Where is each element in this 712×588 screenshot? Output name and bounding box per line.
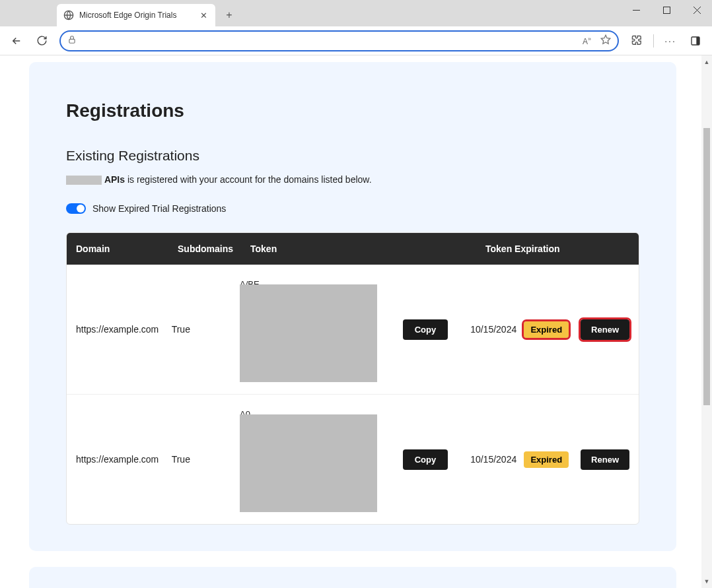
toggle-label: Show Expired Trial Registrations bbox=[92, 203, 226, 214]
header-subdomains: Subdomains bbox=[178, 244, 250, 254]
copy-button[interactable]: Copy bbox=[403, 449, 448, 470]
new-tab-button[interactable]: + bbox=[219, 5, 239, 25]
header-token: Token bbox=[250, 244, 485, 254]
read-aloud-icon[interactable]: A» bbox=[583, 36, 591, 46]
table-row: https://example.com True A0g l p E v 0cn… bbox=[67, 395, 639, 524]
address-bar[interactable]: A» bbox=[59, 30, 619, 51]
page-content: Registrations Existing Registrations API… bbox=[0, 55, 701, 588]
show-expired-toggle[interactable] bbox=[66, 203, 86, 214]
svg-rect-7 bbox=[696, 37, 699, 45]
cell-token: A0g l p E v 0cnviiQ bbox=[240, 408, 376, 511]
cell-expiration: 10/15/2024 bbox=[470, 324, 518, 335]
window-controls bbox=[621, 0, 712, 26]
header-expiration: Token Expiration bbox=[485, 244, 629, 254]
status-badge: Expired bbox=[524, 321, 569, 338]
globe-icon bbox=[63, 10, 74, 20]
registrations-card: Registrations Existing Registrations API… bbox=[29, 62, 676, 551]
table-row: https://example.com True A/BEV w c l G E… bbox=[67, 265, 639, 395]
svg-rect-2 bbox=[663, 7, 670, 13]
status-badge: Expired bbox=[524, 451, 569, 468]
redacted-text bbox=[66, 176, 102, 185]
refresh-button[interactable] bbox=[30, 30, 53, 52]
browser-titlebar: Microsoft Edge Origin Trials ✕ + bbox=[0, 0, 712, 26]
toggle-row: Show Expired Trial Registrations bbox=[66, 203, 639, 214]
cell-domain: https://example.com bbox=[76, 324, 172, 335]
browser-toolbar: A» ··· bbox=[0, 26, 712, 55]
scrollbar[interactable]: ▲ ▼ bbox=[701, 55, 712, 588]
favorite-icon[interactable] bbox=[600, 34, 611, 48]
scrollbar-thumb[interactable] bbox=[703, 128, 710, 405]
cell-domain: https://example.com bbox=[76, 454, 172, 465]
maximize-button[interactable] bbox=[651, 0, 682, 20]
svg-rect-5 bbox=[69, 39, 75, 43]
scroll-up-arrow[interactable]: ▲ bbox=[701, 57, 712, 67]
lock-icon bbox=[67, 35, 77, 47]
cell-subdomains: True bbox=[172, 454, 240, 465]
existing-description: APIs is registered with your account for… bbox=[66, 174, 639, 185]
redacted-token bbox=[240, 284, 377, 382]
back-button[interactable] bbox=[5, 30, 28, 52]
minimize-button[interactable] bbox=[621, 0, 651, 20]
close-icon[interactable]: ✕ bbox=[198, 10, 209, 20]
cell-token: A/BEV w c l G E F QDE bbox=[240, 278, 376, 381]
cell-subdomains: True bbox=[172, 324, 240, 335]
menu-button[interactable]: ··· bbox=[659, 30, 682, 52]
registrations-table: Domain Subdomains Token Token Expiration… bbox=[66, 232, 639, 525]
new-registration-card: New Origin Trial Registration bbox=[29, 567, 676, 588]
extensions-button[interactable] bbox=[625, 30, 648, 52]
renew-button[interactable]: Renew bbox=[581, 319, 629, 340]
browser-tab[interactable]: Microsoft Edge Origin Trials ✕ bbox=[57, 4, 215, 26]
close-window-button[interactable] bbox=[682, 0, 712, 20]
renew-button[interactable]: Renew bbox=[581, 449, 629, 470]
table-header: Domain Subdomains Token Token Expiration bbox=[67, 233, 639, 265]
cell-expiration: 10/15/2024 bbox=[470, 454, 518, 465]
copy-button[interactable]: Copy bbox=[403, 319, 448, 340]
sidebar-button[interactable] bbox=[684, 30, 707, 52]
existing-heading: Existing Registrations bbox=[66, 148, 639, 164]
redacted-token bbox=[240, 414, 377, 512]
page-title: Registrations bbox=[66, 100, 639, 121]
scroll-down-arrow[interactable]: ▼ bbox=[701, 576, 712, 587]
tab-title: Microsoft Edge Origin Trials bbox=[79, 11, 193, 20]
header-domain: Domain bbox=[76, 244, 178, 254]
toolbar-divider bbox=[653, 34, 654, 48]
